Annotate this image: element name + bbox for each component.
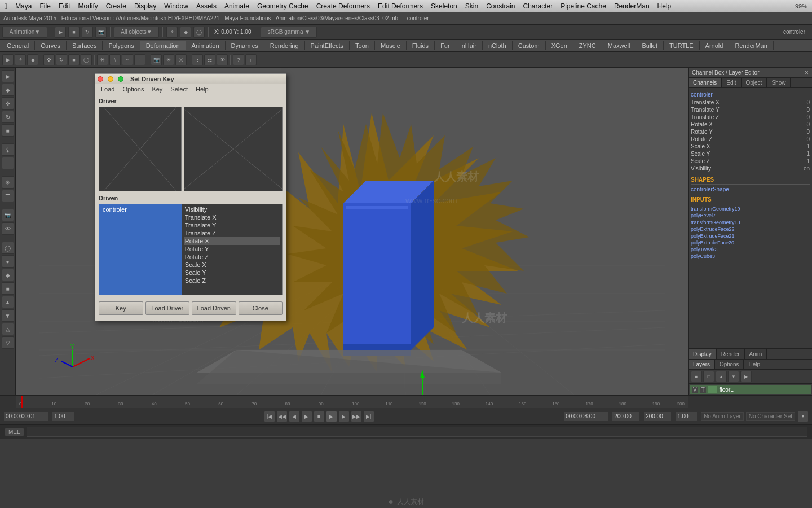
left-tool-paint[interactable]: ◆ — [2, 84, 14, 96]
current-time-input[interactable] — [3, 411, 48, 422]
sdk-attr-tx[interactable]: Translate X — [184, 213, 280, 221]
menu-display[interactable]: Display — [134, 2, 156, 10]
menu-assets[interactable]: Assets — [196, 2, 217, 10]
end-frame-input[interactable] — [612, 411, 640, 422]
icon-rotate[interactable]: ↻ — [56, 54, 67, 65]
menu-edit[interactable]: Edit — [59, 2, 70, 10]
icon-help[interactable]: ? — [233, 54, 244, 65]
sdk-attr-tz[interactable]: Translate Z — [184, 229, 280, 237]
sdk-key-button[interactable]: Key — [99, 301, 143, 315]
cb-input-1[interactable]: transformGeometry19 — [691, 205, 810, 212]
sdk-attr-ty[interactable]: Translate Y — [184, 221, 280, 229]
tab-fur[interactable]: Fur — [435, 41, 456, 50]
left-tool-camera[interactable]: 📷 — [2, 209, 14, 221]
cb-input-name-6[interactable]: polyExtn.deFace20 — [691, 240, 734, 246]
icon-select[interactable]: ▶ — [2, 54, 14, 65]
layer-tab-options[interactable]: Options — [715, 360, 744, 369]
cb-object-name[interactable]: controler — [691, 90, 810, 99]
sdk-attr-rz[interactable]: Rotate Z — [184, 253, 280, 261]
cb-input-name-1[interactable]: transformGeometry19 — [691, 206, 740, 212]
cb-attr-ry-label[interactable]: Rotate Y — [691, 129, 713, 135]
layer-tab-layers[interactable]: Layers — [689, 360, 715, 369]
tool-btn-2[interactable]: ■ — [68, 27, 80, 38]
tab-fluids[interactable]: Fluids — [407, 41, 435, 50]
cb-tab-object[interactable]: Object — [742, 78, 767, 87]
cb-tab-display[interactable]: Display — [689, 349, 717, 359]
sdk-load-driven-button[interactable]: Load Driven — [192, 301, 236, 315]
icon-info[interactable]: i — [245, 54, 257, 65]
cb-attr-rz-label[interactable]: Rotate Z — [691, 136, 712, 142]
char-set-btn[interactable]: ▼ — [797, 411, 809, 422]
layer-tab-help[interactable]: Help — [744, 360, 765, 369]
left-tool-extra4[interactable]: ▽ — [2, 336, 14, 349]
sdk-minimize-btn[interactable] — [108, 76, 113, 82]
cb-attr-sz-label[interactable]: Scale Z — [691, 158, 710, 164]
tab-zync[interactable]: ZYNC — [573, 41, 602, 50]
viewport-area[interactable]: X Y Z 人人素材 www.rr-sc.com 人人素材 www.rr-sc.… — [16, 68, 688, 395]
cb-attr-tx-label[interactable]: Translate X — [691, 99, 720, 106]
cb-attr-sz-value[interactable]: 1 — [806, 158, 810, 164]
left-tool-lights[interactable]: ☰ — [2, 190, 14, 202]
menu-constrain[interactable]: Constrain — [486, 2, 515, 10]
left-tool-extra[interactable]: ▲ — [2, 296, 14, 308]
icon-hide[interactable]: 👁 — [217, 54, 228, 65]
cb-input-name-4[interactable]: polyExtrudeFace22 — [691, 226, 735, 232]
cb-attr-sy-value[interactable]: 1 — [806, 151, 810, 157]
sdk-menu-load[interactable]: Load — [98, 85, 118, 93]
layer-v-toggle[interactable]: V — [692, 387, 698, 393]
btn-prev-key[interactable]: ◀◀ — [276, 411, 288, 422]
btn-start[interactable]: |◀ — [264, 411, 275, 422]
cb-attr-tz-label[interactable]: Translate Z — [691, 114, 719, 120]
speed-input[interactable] — [675, 411, 698, 422]
cb-input-name-5[interactable]: polyExtrudeFace21 — [691, 233, 735, 239]
timeline-current-indicator[interactable] — [21, 396, 23, 408]
sdk-attr-visibility[interactable]: Visibility — [184, 205, 280, 213]
layer-btn-4[interactable]: ▼ — [728, 371, 739, 382]
left-tool-extra2[interactable]: ▼ — [2, 309, 14, 322]
tool-btn-1[interactable]: ▶ — [55, 27, 66, 38]
btn-stop[interactable]: ■ — [314, 411, 325, 422]
cb-input-2[interactable]: polyBevel7 — [691, 212, 810, 219]
sdk-driven-attr-list[interactable]: Visibility Translate X Translate Y Trans… — [182, 204, 282, 295]
tab-renderman[interactable]: RenderMan — [729, 41, 773, 50]
cb-attr-ry-value[interactable]: 0 — [806, 129, 810, 135]
tab-polygons[interactable]: Polygons — [103, 41, 140, 50]
tool-btn-3[interactable]: ↻ — [82, 27, 93, 38]
layer-name[interactable]: floorL — [720, 387, 734, 393]
icon-lasso[interactable]: ⌖ — [15, 54, 26, 65]
left-tool-extra3[interactable]: △ — [2, 323, 14, 335]
sdk-attr-sx[interactable]: Scale X — [184, 261, 280, 269]
icon-snap-grid[interactable]: # — [109, 54, 121, 65]
layer-t-toggle[interactable]: T — [700, 387, 706, 393]
animation-mode-dropdown[interactable]: Animation ▼ — [2, 27, 47, 38]
cb-input-name-7[interactable]: polyTweak3 — [691, 247, 718, 252]
left-tool-move[interactable]: ✜ — [2, 97, 14, 110]
icon-scale[interactable]: ■ — [68, 54, 80, 65]
icon-paint[interactable]: ◆ — [27, 54, 38, 65]
menu-file[interactable]: File — [39, 2, 50, 10]
cb-input-name-2[interactable]: polyBevel7 — [691, 213, 716, 218]
menu-create[interactable]: Create — [106, 2, 126, 10]
cb-input-name-8[interactable]: polyCube3 — [691, 253, 715, 259]
cb-input-8[interactable]: polyCube3 — [691, 253, 810, 260]
playback-speed-input[interactable] — [52, 411, 74, 422]
left-tool-anim[interactable]: ● — [2, 255, 14, 268]
icon-snap-point[interactable]: ⋅ — [134, 54, 145, 65]
timeline-ruler[interactable]: 0 10 20 30 40 50 60 70 80 90 100 110 120… — [16, 396, 688, 408]
menu-animate[interactable]: Animate — [224, 2, 249, 10]
icon-universal[interactable]: ◯ — [81, 54, 92, 65]
sdk-driven-object-list[interactable]: controler — [99, 204, 182, 295]
tab-painteffects[interactable]: PaintEffects — [305, 41, 350, 50]
sdk-menu-select[interactable]: Select — [167, 85, 191, 93]
cb-attr-rx-label[interactable]: Rotate X — [691, 121, 713, 128]
tab-general[interactable]: General — [1, 41, 35, 50]
menu-geo-cache[interactable]: Geometry Cache — [257, 2, 308, 10]
cb-attr-sx-label[interactable]: Scale X — [691, 143, 710, 150]
tab-ncloth[interactable]: nCloth — [483, 41, 513, 50]
tab-animation[interactable]: Animation — [186, 41, 226, 50]
cb-tab-show[interactable]: Show — [767, 78, 791, 87]
menu-skeleton[interactable]: Skeleton — [431, 2, 457, 10]
layer-btn-3[interactable]: ▲ — [716, 371, 727, 382]
icon-ipr[interactable]: ⚔ — [175, 54, 187, 65]
cb-attr-sy-label[interactable]: Scale Y — [691, 151, 710, 157]
